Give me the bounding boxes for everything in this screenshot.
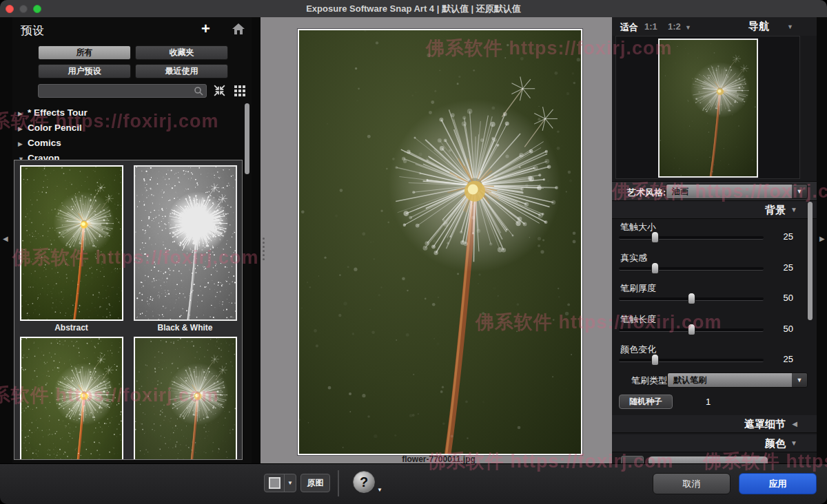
- navigator-title: 导航: [748, 20, 769, 33]
- zoom-1-2-button[interactable]: 1:2: [668, 21, 681, 32]
- slider-thumb[interactable]: [651, 354, 659, 366]
- right-collapse-strip[interactable]: ▶: [817, 17, 827, 463]
- preset-thumbnail[interactable]: [134, 165, 237, 321]
- home-icon[interactable]: [232, 23, 245, 38]
- art-style-value: 油画: [666, 185, 792, 198]
- preset-thumbnail-cell: Abstract: [17, 165, 127, 333]
- chevron-right-icon[interactable]: ▶: [18, 136, 28, 151]
- slider-value: 50: [784, 324, 793, 334]
- collapse-left-panel-icon[interactable]: ◀: [3, 235, 8, 242]
- presets-panel: 预设 + 所有收藏夹用户预设最近使用: [12, 17, 252, 463]
- preset-thumbnail-label: Abstract: [17, 321, 127, 333]
- tree-scrollbar[interactable]: [245, 103, 249, 174]
- slider-thumb[interactable]: [651, 231, 659, 243]
- dandelion-image: [21, 338, 122, 460]
- preset-thumbnail-cell: [17, 337, 127, 460]
- original-image-button[interactable]: 原图: [300, 474, 330, 492]
- view-mode-split-button[interactable]: ▼: [264, 474, 296, 492]
- preset-thumbnail[interactable]: [20, 337, 123, 460]
- help-button[interactable]: ?: [353, 471, 375, 493]
- apply-button[interactable]: 应用: [739, 473, 817, 494]
- main-image[interactable]: [298, 29, 582, 455]
- preset-search-box[interactable]: [38, 84, 207, 98]
- slider-track[interactable]: [619, 267, 764, 271]
- slider-value: 25: [784, 231, 793, 242]
- chevron-right-icon[interactable]: ▶: [18, 106, 28, 121]
- zoom-controls: 适合 1:1 1:2 ▼ 导航 ▼: [612, 17, 817, 36]
- slider-label: 笔触长度: [620, 313, 656, 326]
- slider-row-1: 笔触大小25: [612, 218, 817, 249]
- art-style-row: 艺术风格: 油画 ▼: [612, 181, 817, 201]
- section-expanded-icon[interactable]: ▼: [790, 439, 797, 447]
- navigator-collapse-icon[interactable]: ▼: [787, 23, 793, 30]
- dandelion-image: [299, 30, 581, 454]
- title-bar: Exposure Software Snap Art 4 | 默认值 | 还原默…: [0, 0, 827, 18]
- slider-value: 25: [784, 262, 793, 273]
- preset-thumbnail-cell: Black & White: [130, 165, 241, 333]
- preset-thumbnail[interactable]: [134, 337, 237, 460]
- app-window: Exposure Software Snap Art 4 | 默认值 | 还原默…: [0, 0, 827, 504]
- add-preset-button[interactable]: +: [201, 20, 210, 38]
- preview-area: flower-7700011.jpg: [252, 17, 612, 463]
- slider-row-4: 笔触长度50: [612, 311, 817, 341]
- collapse-tree-icon[interactable]: [212, 83, 227, 101]
- slider-row-2: 真实感25: [612, 249, 817, 280]
- preset-thumbnail[interactable]: [20, 165, 123, 321]
- panel-drag-handle[interactable]: [263, 235, 265, 262]
- color-section-partial-control[interactable]: [648, 456, 768, 463]
- section-expanded-icon[interactable]: ▼: [790, 206, 797, 213]
- slider-track[interactable]: [619, 236, 764, 240]
- art-style-label: 艺术风格:: [627, 187, 666, 199]
- section-collapsed-icon[interactable]: ◀: [792, 420, 797, 428]
- preset-filter-button-2[interactable]: 收藏夹: [135, 45, 228, 60]
- slider-track[interactable]: [619, 359, 764, 362]
- preset-search-input[interactable]: [41, 85, 192, 98]
- chevron-right-icon[interactable]: ▶: [18, 121, 28, 136]
- preset-filter-button-3[interactable]: 用户预设: [38, 64, 131, 78]
- image-filename: flower-7700011.jpg: [298, 454, 580, 464]
- view-mode-dropdown-icon[interactable]: ▼: [285, 474, 296, 492]
- random-seed-value: 1: [706, 397, 711, 407]
- cancel-button[interactable]: 取消: [653, 473, 731, 494]
- preset-filter-button-1[interactable]: 所有: [38, 45, 131, 60]
- navigator-thumbnail[interactable]: [658, 39, 758, 178]
- settings-scrollbar[interactable]: [808, 202, 813, 320]
- left-collapse-strip[interactable]: ◀: [0, 17, 12, 463]
- tree-item-1[interactable]: ▶* Effects Tour: [12, 105, 240, 120]
- random-seed-button[interactable]: 随机种子: [619, 395, 673, 409]
- slider-value: 50: [784, 293, 793, 303]
- slider-thumb[interactable]: [688, 324, 695, 335]
- zoom-1-1-button[interactable]: 1:1: [644, 21, 657, 32]
- brush-type-value: 默认笔刷: [668, 373, 792, 387]
- zoom-dropdown-icon[interactable]: ▼: [685, 24, 691, 31]
- preset-filter-button-4[interactable]: 最近使用: [135, 64, 228, 78]
- chevron-down-icon[interactable]: ▼: [792, 373, 807, 387]
- brush-type-label: 笔刷类型: [631, 375, 667, 387]
- window-title: Exposure Software Snap Art 4 | 默认值 | 还原默…: [0, 3, 827, 15]
- slider-value: 25: [784, 354, 793, 364]
- navigator-box[interactable]: [615, 36, 800, 179]
- slider-track[interactable]: [619, 328, 764, 332]
- tree-item-2[interactable]: ▶Color Pencil: [12, 120, 240, 136]
- random-seed-row: 随机种子 1: [612, 395, 817, 412]
- chevron-down-icon[interactable]: ▼: [792, 185, 807, 198]
- section-background[interactable]: 背景 ▼: [612, 201, 817, 219]
- preset-grid: AbstractBlack & White: [14, 160, 243, 460]
- grid-view-icon[interactable]: [233, 83, 247, 101]
- help-dropdown-icon[interactable]: ▼: [377, 487, 382, 493]
- section-mask-detail[interactable]: 遮罩细节 ◀: [612, 415, 817, 433]
- slider-track[interactable]: [619, 297, 764, 301]
- zoom-fit-button[interactable]: 适合: [620, 21, 638, 34]
- dandelion-image: [660, 40, 757, 176]
- slider-thumb[interactable]: [688, 293, 695, 304]
- tree-item-3[interactable]: ▶Comics: [12, 136, 240, 151]
- color-section-partial-button[interactable]: [621, 456, 644, 463]
- art-style-dropdown[interactable]: 油画 ▼: [666, 184, 808, 199]
- collapse-right-panel-icon[interactable]: ▶: [819, 235, 825, 242]
- preset-tree: ▶* Effects Tour▶Color Pencil▶Comics▼Cray…: [12, 105, 240, 166]
- section-color[interactable]: 颜色 ▼: [612, 434, 817, 452]
- brush-type-dropdown[interactable]: 默认笔刷 ▼: [667, 372, 808, 388]
- presets-panel-title: 预设: [21, 23, 44, 39]
- preset-thumbnail-label: Black & White: [130, 321, 241, 333]
- slider-thumb[interactable]: [651, 262, 659, 274]
